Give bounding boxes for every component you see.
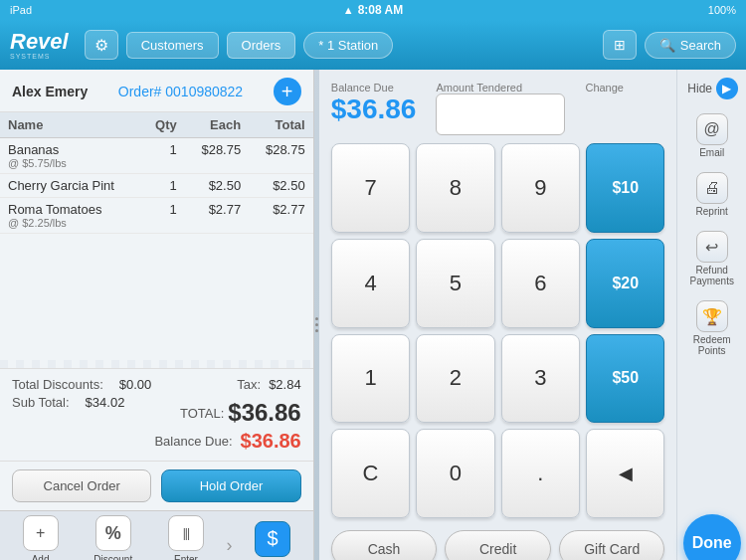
balance-due-header-label: Balance Due	[331, 82, 417, 93]
station-button[interactable]: * 1 Station	[303, 32, 393, 59]
numpad-key-C[interactable]: C	[331, 429, 410, 518]
item-sub: @ $2.25/lbs	[8, 217, 133, 229]
table-row[interactable]: Cherry Garcia Pint 1 $2.50 $2.50	[0, 174, 313, 198]
reprint-button[interactable]: 🖨 Reprint	[692, 168, 732, 221]
hide-button[interactable]: Hide ▶	[687, 78, 738, 99]
battery-indicator: 100%	[708, 4, 736, 16]
col-qty-header: Qty	[141, 112, 185, 138]
discounts-value: $0.00	[119, 377, 152, 392]
numpad-key-9[interactable]: 9	[501, 143, 580, 233]
refund-label: Refund Payments	[685, 265, 738, 286]
tax-label: Tax:	[237, 377, 261, 392]
total-value: $36.86	[228, 399, 300, 427]
status-time: 8:08 AM	[358, 3, 404, 17]
email-button[interactable]: @ Email	[692, 109, 732, 162]
order-number: Order# 0010980822	[88, 84, 273, 99]
enter-barcode-icon: |||	[168, 515, 204, 551]
balance-due-display: $36.86	[331, 93, 417, 125]
numpad-key-50[interactable]: $50	[586, 334, 664, 424]
numpad-key-5[interactable]: 5	[416, 239, 494, 328]
col-total-header: Total	[249, 112, 313, 138]
add-item-button[interactable]: +	[274, 78, 301, 105]
refund-payments-button[interactable]: ↩ Refund Payments	[681, 227, 742, 290]
add-extra-item-button[interactable]: + AddExtra Item	[4, 509, 77, 560]
item-name: Bananas	[8, 142, 133, 157]
scroll-right-icon[interactable]: ›	[223, 535, 237, 556]
subtotal-value: $34.02	[86, 395, 125, 427]
numpad: 789$10456$20123$50C0.◀	[331, 143, 665, 518]
hold-order-button[interactable]: Hold Order	[161, 469, 300, 502]
cancel-order-button[interactable]: Cancel Order	[12, 469, 151, 502]
enter-barcode-button[interactable]: ||| EnterBarcode	[149, 509, 222, 560]
item-each-cell: $2.50	[185, 174, 249, 198]
reprint-label: Reprint	[696, 206, 728, 217]
item-qty-cell: 1	[141, 198, 185, 234]
amount-tendered-label: Amount Tendered	[436, 82, 565, 93]
change-col: Change	[585, 82, 664, 135]
numpad-key-4[interactable]: 4	[331, 239, 410, 328]
discount-order-label: DiscountOrder	[93, 554, 132, 560]
status-bar: iPad ▲ 8:08 AM 100%	[0, 0, 746, 20]
discount-order-icon: %	[95, 515, 131, 551]
customer-name: Alex Emery	[12, 84, 88, 99]
search-label: Search	[680, 38, 721, 53]
item-name: Roma Tomatoes	[8, 202, 133, 217]
item-total-cell: $28.75	[249, 138, 313, 174]
discount-order-button[interactable]: % DiscountOrder	[77, 509, 149, 560]
subtotal-label: Sub Total:	[12, 395, 70, 427]
numpad-key-.[interactable]: .	[501, 429, 580, 518]
top-navigation-bar: Revel SYSTEMS ⚙ Customers Orders * 1 Sta…	[0, 20, 746, 70]
table-row[interactable]: Bananas @ $5.75/lbs 1 $28.75 $28.75	[0, 138, 313, 174]
hide-arrow-icon: ▶	[716, 78, 738, 99]
right-payment-panel: Balance Due $36.86 Amount Tendered Chang…	[319, 70, 677, 560]
grid-view-button[interactable]: ⊞	[603, 30, 637, 60]
numpad-key-2[interactable]: 2	[416, 334, 494, 424]
redeem-label: Redeem Points	[685, 334, 738, 356]
device-label: iPad	[10, 4, 32, 16]
item-qty-cell: 1	[141, 174, 185, 198]
pay-button[interactable]: $ Pay	[237, 515, 309, 561]
amount-tendered-col: Amount Tendered	[436, 82, 565, 135]
gear-button[interactable]: ⚙	[85, 30, 118, 60]
done-button[interactable]: Done	[683, 514, 741, 560]
numpad-key-7[interactable]: 7	[331, 143, 410, 233]
reprint-icon: 🖨	[696, 172, 728, 204]
items-tbody: Bananas @ $5.75/lbs 1 $28.75 $28.75 Cher…	[0, 138, 313, 234]
order-items-table: Name Qty Each Total Bananas @ $5.75/lbs …	[0, 112, 313, 234]
numpad-key-0[interactable]: 0	[416, 429, 494, 518]
payment-cash-button[interactable]: Cash	[331, 530, 438, 560]
numpad-key-8[interactable]: 8	[416, 143, 494, 233]
order-items-scroll[interactable]: Name Qty Each Total Bananas @ $5.75/lbs …	[0, 112, 313, 360]
numpad-key-3[interactable]: 3	[501, 334, 580, 424]
discounts-row: Total Discounts: $0.00 Tax: $2.84	[12, 377, 301, 392]
amount-tendered-input[interactable]	[436, 93, 565, 135]
numpad-key-20[interactable]: $20	[586, 239, 664, 328]
payment-gift-card-button[interactable]: Gift Card	[559, 530, 665, 560]
hide-label: Hide	[687, 82, 712, 95]
table-row[interactable]: Roma Tomatoes @ $2.25/lbs 1 $2.77 $2.77	[0, 198, 313, 234]
redeem-icon: 🏆	[696, 300, 728, 332]
numpad-key-1[interactable]: 1	[331, 334, 410, 424]
orders-button[interactable]: Orders	[227, 32, 296, 59]
numpad-key-6[interactable]: 6	[501, 239, 580, 328]
numpad-key-backspace[interactable]: ◀	[586, 429, 664, 518]
side-actions-panel: Hide ▶ @ Email 🖨 Reprint ↩ Refund Paymen…	[676, 70, 746, 560]
totals-section: Total Discounts: $0.00 Tax: $2.84 Sub To…	[0, 368, 313, 461]
email-icon: @	[696, 113, 728, 145]
item-qty-cell: 1	[141, 138, 185, 174]
email-label: Email	[699, 147, 724, 158]
search-button[interactable]: 🔍 Search	[645, 32, 736, 59]
item-name-cell: Bananas @ $5.75/lbs	[0, 138, 141, 174]
item-each-cell: $2.77	[185, 198, 249, 234]
numpad-key-10[interactable]: $10	[586, 143, 664, 233]
pay-icon: $	[255, 521, 290, 557]
balance-due-col: Balance Due $36.86	[331, 82, 417, 135]
subtotal-row: Sub Total: $34.02 TOTAL: $36.86	[12, 395, 301, 427]
col-name-header: Name	[0, 112, 141, 138]
redeem-points-button[interactable]: 🏆 Redeem Points	[681, 296, 742, 360]
payment-credit-button[interactable]: Credit	[445, 530, 551, 560]
change-label: Change	[585, 82, 664, 93]
refund-icon: ↩	[696, 231, 728, 263]
item-name-cell: Roma Tomatoes @ $2.25/lbs	[0, 198, 141, 234]
customers-button[interactable]: Customers	[126, 32, 219, 59]
